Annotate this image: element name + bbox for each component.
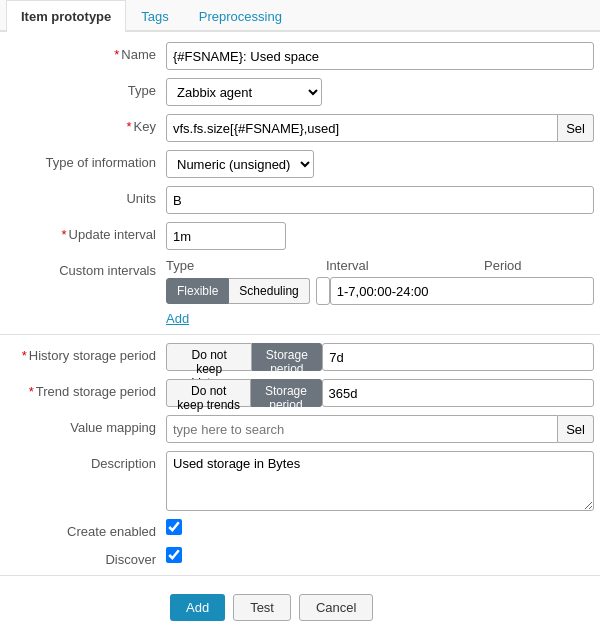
flexible-button[interactable]: Flexible — [166, 278, 229, 304]
trend-storage-period-button[interactable]: Storage period — [251, 379, 321, 407]
tab-tags[interactable]: Tags — [126, 0, 183, 32]
history-storage-control: Do not keep history Storage period — [166, 343, 594, 371]
value-mapping-label: Value mapping — [6, 415, 166, 435]
update-interval-input[interactable] — [166, 222, 286, 250]
update-interval-control — [166, 222, 594, 250]
add-interval-link[interactable]: Add — [166, 311, 189, 326]
cancel-button[interactable]: Cancel — [299, 594, 373, 621]
tab-item-prototype[interactable]: Item prototype — [6, 0, 126, 32]
action-buttons: Add Test Cancel — [0, 584, 600, 631]
create-enabled-label: Create enabled — [6, 519, 166, 539]
tab-bar: Item prototype Tags Preprocessing — [0, 0, 600, 32]
add-button[interactable]: Add — [170, 594, 225, 621]
discover-control — [166, 547, 594, 563]
create-enabled-control — [166, 519, 594, 535]
create-enabled-row: Create enabled — [0, 519, 600, 539]
type-row: Type Zabbix agent Zabbix agent (active) … — [0, 78, 600, 106]
update-interval-row: *Update interval — [0, 222, 600, 250]
custom-intervals-header: Type Interval Period — [166, 258, 594, 273]
name-row: *Name — [0, 42, 600, 70]
value-mapping-control: Sel — [166, 415, 594, 443]
tab-preprocessing[interactable]: Preprocessing — [184, 0, 297, 32]
type-of-info-select[interactable]: Numeric (unsigned) Numeric (float) Chara… — [166, 150, 314, 178]
trend-storage-toggle-row: Do not keep trends Storage period — [166, 379, 594, 407]
trend-storage-value-input[interactable] — [322, 379, 595, 407]
form: *Name Type Zabbix agent Zabbix agent (ac… — [0, 32, 600, 631]
key-select-button[interactable]: Sel — [558, 114, 594, 142]
description-row: Description Used storage in Bytes — [0, 451, 600, 511]
trend-storage-row: *Trend storage period Do not keep trends… — [0, 379, 600, 407]
value-mapping-row: Value mapping Sel — [0, 415, 600, 443]
description-textarea[interactable]: Used storage in Bytes — [166, 451, 594, 511]
discover-label: Discover — [6, 547, 166, 567]
units-label: Units — [6, 186, 166, 206]
units-row: Units — [0, 186, 600, 214]
units-input[interactable] — [166, 186, 594, 214]
value-mapping-select-button[interactable]: Sel — [558, 415, 594, 443]
divider-2 — [0, 575, 600, 576]
key-input-group: Sel — [166, 114, 594, 142]
type-label: Type — [6, 78, 166, 98]
type-of-info-label: Type of information — [6, 150, 166, 170]
custom-intervals-control: Type Interval Period Flexible Scheduling… — [166, 258, 594, 326]
ci-period-input[interactable] — [330, 277, 594, 305]
history-storage-value-input[interactable] — [322, 343, 594, 371]
type-of-info-row: Type of information Numeric (unsigned) N… — [0, 150, 600, 178]
description-label: Description — [6, 451, 166, 471]
units-control — [166, 186, 594, 214]
name-input[interactable] — [166, 42, 594, 70]
value-mapping-input-group: Sel — [166, 415, 594, 443]
history-storage-toggle-row: Do not keep history Storage period — [166, 343, 594, 371]
update-interval-label: *Update interval — [6, 222, 166, 242]
ci-interval-header: Interval — [326, 258, 484, 273]
history-storage-period-button[interactable]: Storage period — [252, 343, 322, 371]
key-row: *Key Sel — [0, 114, 600, 142]
description-control: Used storage in Bytes — [166, 451, 594, 511]
key-label: *Key — [6, 114, 166, 134]
history-storage-label: *History storage period — [6, 343, 166, 363]
test-button[interactable]: Test — [233, 594, 291, 621]
ci-interval-input[interactable] — [316, 277, 330, 305]
discover-checkbox[interactable] — [166, 547, 182, 563]
flexible-scheduling-toggle: Flexible Scheduling — [166, 278, 310, 304]
create-enabled-checkbox[interactable] — [166, 519, 182, 535]
discover-row: Discover — [0, 547, 600, 567]
custom-intervals-data-row: Flexible Scheduling — [166, 277, 594, 305]
key-control: Sel — [166, 114, 594, 142]
history-storage-row: *History storage period Do not keep hist… — [0, 343, 600, 371]
ci-type-header: Type — [166, 258, 326, 273]
history-do-not-keep-button[interactable]: Do not keep history — [166, 343, 252, 371]
custom-intervals-section: Type Interval Period Flexible Scheduling… — [166, 258, 594, 326]
divider-1 — [0, 334, 600, 335]
ci-period-header: Period — [484, 258, 594, 273]
custom-intervals-label: Custom intervals — [6, 258, 166, 278]
value-mapping-input[interactable] — [166, 415, 558, 443]
type-select[interactable]: Zabbix agent Zabbix agent (active) SNMP … — [166, 78, 322, 106]
custom-intervals-row: Custom intervals Type Interval Period Fl… — [0, 258, 600, 326]
trend-storage-label: *Trend storage period — [6, 379, 166, 399]
trend-do-not-keep-button[interactable]: Do not keep trends — [166, 379, 251, 407]
name-label: *Name — [6, 42, 166, 62]
trend-storage-control: Do not keep trends Storage period — [166, 379, 594, 407]
type-of-info-control: Numeric (unsigned) Numeric (float) Chara… — [166, 150, 594, 178]
type-control: Zabbix agent Zabbix agent (active) SNMP … — [166, 78, 594, 106]
name-control — [166, 42, 594, 70]
scheduling-button[interactable]: Scheduling — [229, 278, 309, 304]
key-input[interactable] — [166, 114, 558, 142]
